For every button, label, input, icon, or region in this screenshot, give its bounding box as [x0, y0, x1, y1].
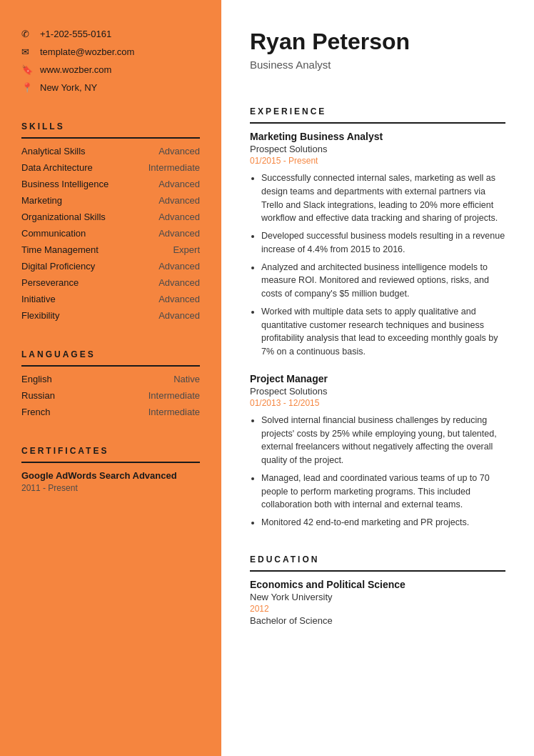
languages-title: LANGUAGES	[21, 349, 200, 367]
email-contact: ✉ template@wozber.com	[21, 46, 200, 57]
skill-row: Data Architecture Intermediate	[21, 162, 200, 173]
language-row: Russian Intermediate	[21, 390, 200, 401]
jobs-list: Marketing Business Analyst Prospect Solu…	[250, 131, 505, 529]
languages-section: LANGUAGES English Native Russian Interme…	[21, 349, 200, 417]
skill-name: Time Management	[21, 244, 99, 255]
cert-year: 2011 - Present	[21, 483, 200, 493]
language-level: Native	[173, 374, 200, 384]
skill-row: Analytical Skills Advanced	[21, 146, 200, 156]
education-item: Economics and Political Science New York…	[250, 579, 505, 626]
skill-name: Initiative	[21, 294, 56, 304]
edu-degree: Economics and Political Science	[250, 579, 505, 590]
candidate-name: Ryan Peterson	[250, 29, 505, 55]
header-section: Ryan Peterson Business Analyst	[250, 29, 505, 78]
skill-row: Initiative Advanced	[21, 294, 200, 304]
sidebar: ✆ +1-202-555-0161 ✉ template@wozber.com …	[0, 0, 221, 756]
job-dates: 01/2015 - Present	[250, 156, 505, 166]
bullet-item: Solved internal financial business chall…	[261, 414, 505, 467]
skill-name: Digital Proficiency	[21, 261, 95, 272]
skill-row: Perseverance Advanced	[21, 277, 200, 288]
skill-level: Expert	[173, 244, 200, 255]
skill-level: Advanced	[158, 294, 200, 304]
location-icon: 📍	[21, 82, 34, 93]
job-entry: Marketing Business Analyst Prospect Solu…	[250, 131, 505, 359]
language-level: Intermediate	[148, 390, 200, 401]
skill-name: Perseverance	[21, 277, 79, 288]
skill-level: Advanced	[158, 261, 200, 272]
website-icon: 🔖	[21, 64, 34, 75]
skill-name: Analytical Skills	[21, 146, 86, 156]
bullet-item: Successfully connected internal sales, m…	[261, 171, 505, 225]
phone-contact: ✆ +1-202-555-0161	[21, 29, 200, 39]
language-level: Intermediate	[148, 407, 200, 417]
skills-title: SKILLS	[21, 121, 200, 139]
bullet-item: Worked with multiple data sets to apply …	[261, 305, 505, 359]
education-title: EDUCATION	[250, 554, 505, 572]
skill-row: Business Intelligence Advanced	[21, 179, 200, 189]
skill-row: Communication Advanced	[21, 228, 200, 239]
skill-row: Flexibility Advanced	[21, 310, 200, 321]
edu-school: New York University	[250, 592, 505, 602]
job-dates: 01/2013 - 12/2015	[250, 398, 505, 408]
skill-level: Advanced	[158, 195, 200, 206]
language-row: English Native	[21, 374, 200, 384]
education-list: Economics and Political Science New York…	[250, 579, 505, 626]
bullet-item: Analyzed and architected business intell…	[261, 261, 505, 301]
phone-icon: ✆	[21, 29, 34, 39]
skill-level: Advanced	[158, 179, 200, 189]
language-name: Russian	[21, 390, 55, 401]
candidate-title: Business Analyst	[250, 59, 505, 71]
bullet-item: Monitored 42 end-to-end marketing and PR…	[261, 516, 505, 529]
skill-level: Advanced	[158, 228, 200, 239]
job-bullets: Successfully connected internal sales, m…	[250, 171, 505, 359]
skill-level: Advanced	[158, 146, 200, 156]
skill-name: Communication	[21, 228, 86, 239]
experience-title: EXPERIENCE	[250, 106, 505, 124]
bullet-item: Developed successful business models res…	[261, 229, 505, 257]
skill-level: Intermediate	[148, 162, 200, 173]
experience-section: EXPERIENCE Marketing Business Analyst Pr…	[250, 106, 505, 529]
main-content: Ryan Peterson Business Analyst EXPERIENC…	[221, 0, 534, 756]
cert-name: Google AdWords Search Advanced	[21, 470, 200, 481]
skill-level: Advanced	[158, 310, 200, 321]
job-company: Prospect Solutions	[250, 386, 505, 397]
job-bullets: Solved internal financial business chall…	[250, 414, 505, 529]
languages-list: English Native Russian Intermediate Fren…	[21, 374, 200, 417]
job-title: Project Manager	[250, 373, 505, 384]
skill-name: Data Architecture	[21, 162, 93, 173]
language-name: English	[21, 374, 52, 384]
skill-row: Digital Proficiency Advanced	[21, 261, 200, 272]
certificates-list: Google AdWords Search Advanced 2011 - Pr…	[21, 470, 200, 493]
skills-list: Analytical Skills Advanced Data Architec…	[21, 146, 200, 321]
skill-row: Organizational Skills Advanced	[21, 212, 200, 222]
language-name: French	[21, 407, 50, 417]
location-text: New York, NY	[40, 82, 97, 93]
website-contact: 🔖 www.wozber.com	[21, 64, 200, 75]
contact-section: ✆ +1-202-555-0161 ✉ template@wozber.com …	[21, 29, 200, 93]
language-row: French Intermediate	[21, 407, 200, 417]
job-company: Prospect Solutions	[250, 144, 505, 154]
skill-name: Flexibility	[21, 310, 59, 321]
bullet-item: Managed, lead and coordinated various te…	[261, 472, 505, 512]
phone-text: +1-202-555-0161	[40, 29, 111, 39]
edu-year: 2012	[250, 604, 505, 614]
skill-name: Organizational Skills	[21, 212, 106, 222]
email-text: template@wozber.com	[40, 46, 134, 57]
location-contact: 📍 New York, NY	[21, 82, 200, 93]
certificate-item: Google AdWords Search Advanced 2011 - Pr…	[21, 470, 200, 493]
edu-type: Bachelor of Science	[250, 615, 505, 626]
education-section: EDUCATION Economics and Political Scienc…	[250, 554, 505, 626]
website-text: www.wozber.com	[40, 64, 111, 75]
skill-row: Time Management Expert	[21, 244, 200, 255]
skill-level: Advanced	[158, 277, 200, 288]
email-icon: ✉	[21, 46, 34, 57]
skill-name: Business Intelligence	[21, 179, 109, 189]
skill-row: Marketing Advanced	[21, 195, 200, 206]
job-entry: Project Manager Prospect Solutions 01/20…	[250, 373, 505, 529]
skill-level: Advanced	[158, 212, 200, 222]
certificates-section: CERTIFICATES Google AdWords Search Advan…	[21, 446, 200, 493]
certificates-title: CERTIFICATES	[21, 446, 200, 463]
skill-name: Marketing	[21, 195, 62, 206]
job-title: Marketing Business Analyst	[250, 131, 505, 142]
skills-section: SKILLS Analytical Skills Advanced Data A…	[21, 121, 200, 321]
